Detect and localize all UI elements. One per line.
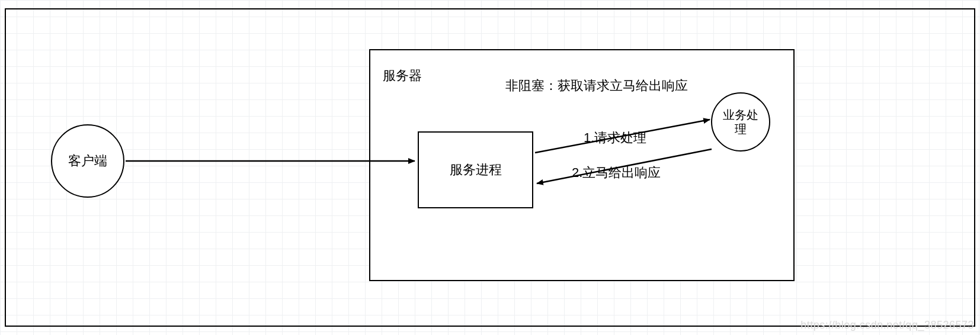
service-process-label: 服务进程 bbox=[450, 161, 502, 179]
watermark: https://blog.csdn.net/qq_38526573 bbox=[800, 319, 974, 331]
business-process-label: 业务处 理 bbox=[723, 108, 758, 136]
service-process-box: 服务进程 bbox=[418, 131, 533, 208]
server-label: 服务器 bbox=[383, 67, 422, 85]
client-node: 客户端 bbox=[51, 124, 124, 198]
client-label: 客户端 bbox=[68, 153, 107, 169]
arrow2-label: 2.立马给出响应 bbox=[572, 164, 661, 182]
arrow1-label: 1.请求处理 bbox=[584, 129, 646, 147]
business-process-node: 业务处 理 bbox=[711, 92, 770, 152]
nonblocking-note: 非阻塞：获取请求立马给出响应 bbox=[505, 77, 688, 95]
